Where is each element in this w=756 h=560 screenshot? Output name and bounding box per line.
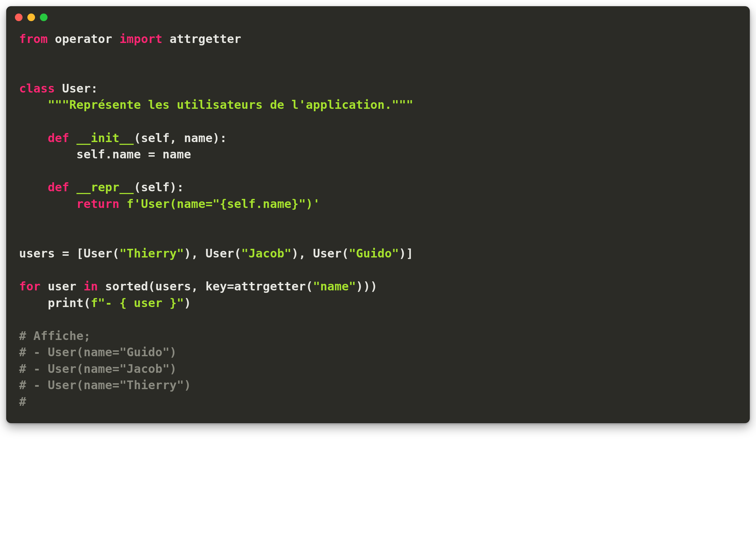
minimize-icon[interactable] [27, 14, 35, 21]
window-titlebar [7, 7, 749, 21]
code-token: """Représente les utilisateurs de l'appl… [48, 98, 413, 112]
code-token: "Guido" [349, 246, 399, 260]
code-line: users = [User("Thierry"), User("Jacob"),… [19, 246, 413, 260]
code-token: (self, name): [134, 131, 227, 145]
code-token: attrgetter [162, 32, 241, 46]
code-token: (self): [134, 180, 184, 194]
code-window: from operator import attrgetter class Us… [6, 6, 750, 423]
code-token: def [48, 180, 69, 194]
code-line: def __init__(self, name): [19, 131, 227, 145]
code-token: from [19, 32, 48, 46]
code-token: __repr__ [76, 180, 134, 194]
code-token: sorted(users, key=attrgetter( [98, 279, 313, 293]
code-token: : [91, 81, 98, 95]
code-token: "Jacob" [241, 246, 292, 260]
code-token: self.name = name [19, 147, 191, 161]
code-line: self.name = name [19, 147, 191, 161]
code-token: # - User(name="Jacob") [19, 362, 177, 376]
code-token: users = [User( [19, 246, 119, 260]
code-token [19, 131, 48, 145]
code-token: # Affiche; [19, 329, 91, 343]
code-line: from operator import attrgetter [19, 32, 241, 46]
code-token: f"- { user }" [91, 296, 184, 310]
code-token [55, 81, 62, 95]
code-token: "Thierry" [119, 246, 184, 260]
code-token: import [119, 32, 162, 46]
code-token: User [62, 81, 91, 95]
code-token [69, 180, 77, 194]
code-token: f'User(name="{self.name}")' [127, 197, 320, 211]
code-line: # - User(name="Thierry") [19, 378, 191, 392]
zoom-icon[interactable] [40, 14, 48, 21]
code-token [19, 180, 48, 194]
code-line: # - User(name="Jacob") [19, 362, 177, 376]
code-line: # - User(name="Guido") [19, 345, 177, 359]
code-token: __init__ [76, 131, 134, 145]
code-token: operator [48, 32, 120, 46]
code-token: def [48, 131, 69, 145]
code-token [19, 98, 48, 112]
code-token: ), User( [291, 246, 349, 260]
code-token: "name" [313, 279, 356, 293]
code-token: # - User(name="Thierry") [19, 378, 191, 392]
code-line: class User: [19, 81, 98, 95]
code-token: user [41, 279, 84, 293]
code-token: class [19, 81, 55, 95]
code-token: ))) [356, 279, 378, 293]
code-token: return [76, 197, 119, 211]
page-root: from operator import attrgetter class Us… [0, 0, 756, 429]
code-line: """Représente les utilisateurs de l'appl… [19, 98, 413, 112]
code-token: # [19, 395, 26, 409]
code-line: # [19, 395, 26, 409]
code-token: )] [399, 246, 413, 260]
code-line: return f'User(name="{self.name}")' [19, 197, 320, 211]
code-line: # Affiche; [19, 329, 91, 343]
code-token [69, 131, 77, 145]
code-line: print(f"- { user }") [19, 296, 191, 310]
code-block: from operator import attrgetter class Us… [7, 21, 749, 423]
code-token: ), User( [184, 246, 241, 260]
close-icon[interactable] [15, 14, 23, 21]
code-token: ) [184, 296, 191, 310]
code-token: # - User(name="Guido") [19, 345, 177, 359]
code-token [19, 197, 76, 211]
code-token: for [19, 279, 41, 293]
code-line: def __repr__(self): [19, 180, 184, 194]
code-token [119, 197, 127, 211]
code-token: in [84, 279, 98, 293]
code-token: print( [19, 296, 91, 310]
code-line: for user in sorted(users, key=attrgetter… [19, 279, 378, 293]
